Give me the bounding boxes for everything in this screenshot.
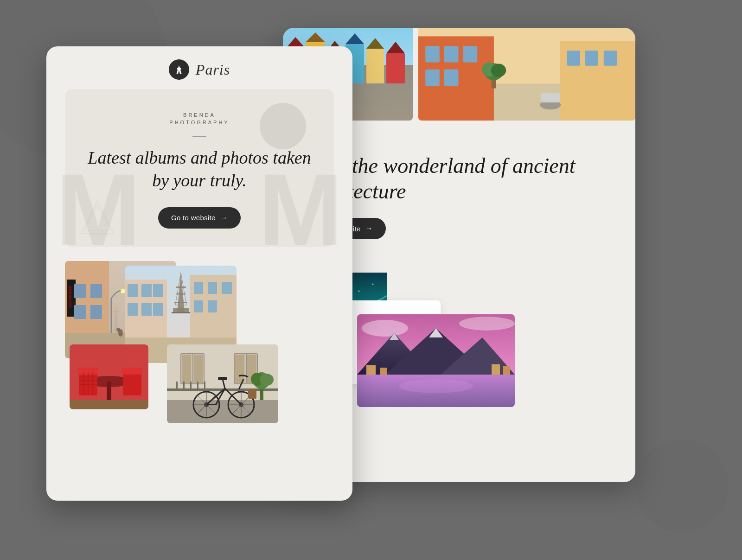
svg-point-42 [358,291,360,292]
arrow-right-icon-paris: → [220,214,228,222]
svg-rect-103 [173,308,189,312]
paris-heading: Latest albums and photos taken by your t… [83,146,315,192]
svg-rect-7 [386,53,405,83]
svg-rect-79 [113,311,119,312]
svg-rect-58 [178,70,180,71]
svg-rect-57 [177,69,180,69]
svg-rect-66 [74,284,86,298]
svg-point-36 [491,64,506,77]
svg-rect-93 [194,282,203,294]
svg-rect-90 [141,303,152,316]
paris-photos-section: LOUVIEUX [46,247,352,423]
arrow-right-icon: → [365,224,373,233]
svg-rect-88 [153,284,163,297]
svg-rect-127 [194,355,203,383]
paris-photo-bicycle [167,344,278,423]
paris-subtitle2: PHOTOGRAPHY [83,120,315,125]
paris-cta-button[interactable]: Go to website → [158,207,241,229]
svg-rect-89 [128,303,138,316]
svg-point-44 [362,320,408,337]
cards-wrapper: AUG 8, 2020 Italy, the wonderland of anc… [37,28,705,538]
svg-rect-135 [183,382,185,391]
svg-rect-126 [182,355,191,383]
svg-point-52 [399,379,473,393]
svg-rect-102 [174,302,187,303]
svg-point-45 [459,317,515,331]
paris-subtitle1: BRENDA [83,112,315,118]
svg-rect-95 [222,282,232,294]
svg-rect-156 [218,377,227,380]
svg-rect-23 [444,46,459,63]
svg-rect-104 [172,312,190,313]
svg-rect-68 [74,305,86,319]
paris-photo-cafe-chairs [70,344,148,409]
svg-rect-6 [366,49,384,83]
svg-rect-121 [167,400,278,423]
svg-rect-26 [444,70,459,86]
eiffel-tower-icon [174,64,184,75]
svg-rect-108 [107,382,111,400]
svg-rect-56 [503,366,510,375]
card-paris: Paris M M BRENDA PHOTOGRAPHY Latest albu… [46,46,352,501]
svg-rect-80 [114,317,118,318]
italy-photo-orange-street [418,28,635,121]
svg-rect-130 [246,354,247,384]
svg-rect-69 [90,305,102,319]
svg-rect-25 [425,70,440,86]
svg-rect-112 [122,368,142,375]
svg-rect-136 [190,382,192,391]
watermark-triangle [79,199,116,238]
svg-rect-101 [176,293,186,295]
paris-header: Paris [46,46,352,89]
svg-point-83 [116,328,120,331]
hero-circle-decoration [260,103,306,149]
svg-rect-94 [208,282,217,294]
svg-rect-97 [208,300,217,312]
svg-rect-134 [176,382,178,391]
paris-photo-grid: LOUVIEUX [65,261,334,409]
svg-text:LOUVIEUX: LOUVIEUX [68,286,72,307]
italy-photo-mountain-lake [357,314,515,407]
svg-rect-158 [248,388,256,399]
svg-point-162 [260,374,274,386]
paris-divider [192,136,206,137]
svg-rect-100 [176,286,186,288]
paris-logo-icon [169,59,189,80]
svg-rect-22 [425,46,440,63]
svg-rect-32 [541,93,560,102]
svg-point-40 [372,284,374,285]
svg-rect-53 [366,365,376,375]
svg-rect-55 [492,364,500,375]
svg-rect-119 [70,400,148,409]
svg-rect-137 [197,382,198,391]
paris-hero-section: M M BRENDA PHOTOGRAPHY Latest albums and… [65,89,334,247]
svg-rect-96 [194,300,203,312]
svg-rect-29 [585,51,598,66]
svg-rect-87 [141,284,152,297]
svg-rect-131 [235,355,244,383]
svg-rect-91 [153,303,163,316]
svg-rect-54 [380,368,387,375]
paris-logo-text: Paris [196,61,230,78]
svg-rect-86 [128,284,138,297]
svg-rect-67 [90,284,102,298]
svg-rect-138 [204,382,205,391]
svg-point-71 [121,289,125,293]
svg-rect-24 [463,46,478,63]
svg-rect-125 [192,354,193,384]
svg-rect-30 [604,51,617,66]
svg-rect-28 [567,51,580,66]
svg-rect-111 [123,372,141,395]
